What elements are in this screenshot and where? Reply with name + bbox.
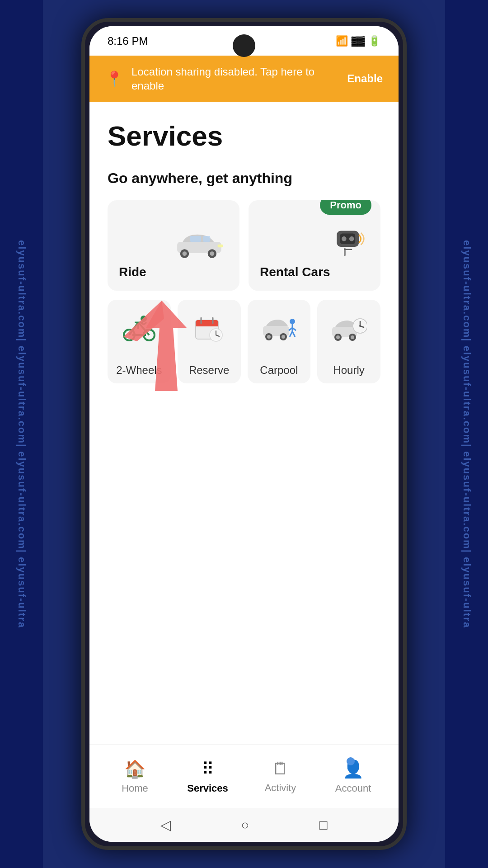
- home-button[interactable]: ○: [241, 817, 249, 833]
- main-content: Services Go anywhere, get anything: [89, 102, 399, 745]
- account-notification-dot: [347, 757, 355, 765]
- phone-frame: 8:16 PM 📶 ▓▓ 🔋 📍 Location sharing disabl…: [81, 18, 407, 850]
- services-icon: ⠿: [202, 759, 214, 779]
- bottom-nav: 🏠 Home ⠿ Services 🗒 Activity 👤 Account: [89, 745, 399, 808]
- nav-activity[interactable]: 🗒 Activity: [244, 759, 317, 794]
- nav-home-label: Home: [122, 783, 148, 794]
- ride-car-icon: [172, 223, 230, 261]
- svg-rect-6: [203, 236, 210, 242]
- svg-point-51: [359, 325, 361, 327]
- section-subtitle: Go anywhere, get anything: [108, 170, 380, 187]
- carpool-label: Carpool: [260, 364, 298, 377]
- nav-account-label: Account: [335, 783, 371, 794]
- status-bar: 8:16 PM 📶 ▓▓ 🔋: [89, 26, 399, 56]
- rental-car-icon: [326, 223, 371, 261]
- location-message: Location sharing disabled. Tap here to e…: [131, 65, 347, 93]
- svg-point-11: [349, 236, 354, 241]
- svg-line-41: [292, 331, 295, 337]
- camera-notch: [233, 34, 255, 57]
- location-pin-icon: 📍: [105, 70, 123, 87]
- svg-point-4: [210, 252, 215, 256]
- nav-home[interactable]: 🏠 Home: [99, 759, 171, 794]
- nav-account[interactable]: 👤 Account: [317, 759, 389, 794]
- recents-button[interactable]: □: [319, 817, 327, 833]
- svg-rect-5: [190, 236, 201, 242]
- system-nav-bar: ◁ ○ □: [89, 808, 399, 842]
- battery-icon: 🔋: [368, 35, 380, 47]
- nav-activity-label: Activity: [265, 782, 296, 794]
- arrow-annotation: [114, 296, 241, 450]
- back-button[interactable]: ◁: [160, 817, 171, 833]
- watermark-left: elyusuf-ultra.com| elyusuf-ultra.com| el…: [0, 0, 43, 868]
- activity-icon: 🗒: [272, 759, 289, 778]
- signal-icon: ▓▓: [352, 36, 365, 46]
- svg-point-46: [351, 335, 354, 339]
- hourly-card[interactable]: Hourly: [317, 300, 380, 383]
- status-time: 8:16 PM: [108, 35, 148, 47]
- promo-badge: Promo: [320, 200, 371, 215]
- carpool-card[interactable]: Carpool: [248, 300, 311, 383]
- hourly-icon: [331, 313, 367, 348]
- nav-services[interactable]: ⠿ Services: [171, 759, 244, 794]
- ride-card[interactable]: Ride: [108, 200, 239, 291]
- rental-cars-card-label: Rental Cars: [260, 265, 369, 279]
- page-title: Services: [108, 120, 380, 152]
- rental-cars-card[interactable]: Promo: [249, 200, 380, 291]
- location-banner-content: 📍 Location sharing disabled. Tap here to…: [105, 65, 347, 93]
- svg-point-36: [290, 319, 295, 324]
- enable-location-button[interactable]: Enable: [347, 72, 383, 85]
- svg-point-10: [342, 236, 347, 241]
- carpool-icon: [261, 313, 297, 348]
- ride-card-label: Ride: [119, 265, 228, 279]
- svg-point-44: [336, 335, 340, 339]
- hourly-label: Hourly: [333, 364, 364, 377]
- svg-point-33: [267, 335, 271, 339]
- svg-rect-7: [218, 245, 223, 248]
- watermark-right: elyusuf-ultra.com| elyusuf-ultra.com| el…: [445, 0, 488, 868]
- status-icons: 📶 ▓▓ 🔋: [336, 35, 380, 47]
- nav-services-label: Services: [187, 783, 228, 794]
- wifi-icon: 📶: [336, 35, 348, 47]
- home-icon: 🏠: [124, 759, 145, 779]
- svg-point-2: [183, 252, 187, 256]
- top-service-cards: Ride Promo: [108, 200, 380, 291]
- svg-rect-13: [344, 249, 352, 250]
- svg-marker-53: [123, 301, 164, 341]
- svg-line-40: [290, 331, 292, 337]
- svg-point-35: [282, 335, 285, 339]
- phone-screen: 8:16 PM 📶 ▓▓ 🔋 📍 Location sharing disabl…: [89, 26, 399, 842]
- location-banner: 📍 Location sharing disabled. Tap here to…: [89, 56, 399, 102]
